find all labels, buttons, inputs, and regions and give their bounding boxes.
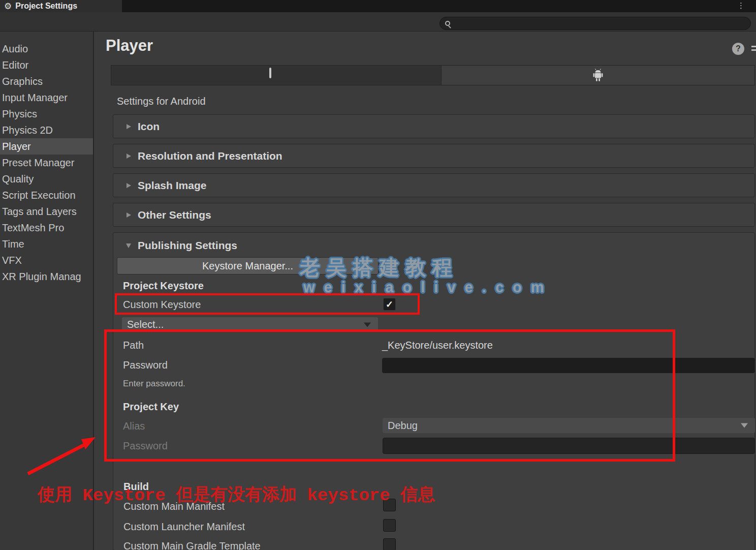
watermark-line2: w e i x i a o l i v e . c o m	[303, 279, 547, 296]
foldout-arrow-icon	[127, 212, 131, 218]
settings-sidebar: Audio Editor Graphics Input Manager Phys…	[0, 32, 94, 550]
sidebar-item-player[interactable]: Player	[0, 138, 93, 155]
key-password-field[interactable]	[383, 438, 755, 454]
tab-desktop[interactable]	[111, 66, 442, 85]
monitor-icon	[269, 69, 284, 82]
project-keystore-label: Project Keystore	[123, 280, 204, 292]
sidebar-item-textmesh-pro[interactable]: TextMesh Pro	[0, 220, 93, 236]
help-icon[interactable]: ?	[732, 43, 744, 55]
custom-main-manifest-label: Custom Main Manifest	[123, 501, 225, 512]
section-resolution-and-presentation[interactable]: Resolution and Presentation	[113, 144, 755, 168]
sidebar-item-vfx[interactable]: VFX	[0, 252, 93, 268]
publishing-settings-header[interactable]: Publishing Settings	[126, 239, 237, 252]
section-other-settings[interactable]: Other Settings	[113, 203, 755, 227]
custom-main-gradle-template-checkbox[interactable]	[383, 538, 396, 550]
alias-label: Alias	[123, 420, 145, 432]
alias-dropdown[interactable]: Debug	[383, 418, 755, 433]
search-box[interactable]	[439, 17, 751, 30]
chevron-down-icon	[364, 322, 371, 327]
window-tab-title: Project Settings	[15, 2, 77, 11]
custom-keystore-label: Custom Keystore	[123, 299, 201, 311]
search-input[interactable]	[454, 19, 745, 27]
foldout-open-arrow-icon	[126, 243, 131, 248]
android-icon	[592, 69, 604, 82]
sidebar-item-tags-and-layers[interactable]: Tags and Layers	[0, 203, 93, 220]
chevron-down-icon	[741, 423, 748, 428]
settings-for-label: Settings for Android	[117, 96, 206, 107]
custom-main-manifest-checkbox[interactable]	[383, 499, 396, 511]
foldout-arrow-icon	[127, 124, 131, 129]
sidebar-item-xr-plugin-management[interactable]: XR Plugin Manag	[0, 268, 93, 285]
preset-icon[interactable]	[751, 46, 756, 53]
keystore-password-label: Password	[123, 359, 168, 371]
window-tab-project-settings[interactable]: ⚙ Project Settings	[0, 0, 122, 12]
keystore-password-field[interactable]	[382, 358, 755, 373]
keystore-password-input[interactable]	[382, 358, 755, 373]
path-value: _KeyStore/user.keystore	[382, 340, 493, 351]
foldout-arrow-icon	[127, 154, 131, 159]
custom-keystore-checkbox[interactable]: ✓	[383, 298, 396, 311]
sidebar-item-audio[interactable]: Audio	[0, 41, 93, 57]
keystore-select-dropdown[interactable]: Select...	[122, 317, 378, 332]
section-splash-image[interactable]: Splash Image	[113, 173, 755, 197]
sidebar-item-physics[interactable]: Physics	[0, 106, 93, 122]
key-password-input[interactable]	[383, 438, 754, 453]
project-settings-window: ⚙ Project Settings ⋮ Audio Editor Graphi…	[0, 0, 756, 550]
kebab-menu-icon[interactable]: ⋮	[737, 1, 745, 10]
sidebar-item-quality[interactable]: Quality	[0, 171, 93, 187]
custom-main-gradle-template-label: Custom Main Gradle Template	[123, 540, 261, 550]
key-password-label: Password	[123, 440, 168, 452]
custom-launcher-manifest-checkbox[interactable]	[383, 519, 396, 532]
section-icon[interactable]: Icon	[113, 114, 755, 138]
sidebar-item-time[interactable]: Time	[0, 236, 93, 252]
gear-icon: ⚙	[4, 2, 12, 11]
search-icon	[445, 21, 450, 26]
sidebar-item-editor[interactable]: Editor	[0, 57, 93, 73]
page-title: Player	[106, 37, 153, 55]
path-label: Path	[123, 340, 144, 351]
sidebar-item-input-manager[interactable]: Input Manager	[0, 89, 93, 106]
platform-tabbar	[111, 65, 755, 85]
foldout-arrow-icon	[127, 183, 131, 188]
project-key-label: Project Key	[123, 401, 179, 413]
watermark-line1: 老吴搭建教程	[300, 254, 458, 282]
sidebar-item-script-execution[interactable]: Script Execution	[0, 187, 93, 203]
tab-android[interactable]	[442, 66, 754, 85]
enter-password-hint: Enter password.	[123, 379, 185, 389]
sidebar-item-graphics[interactable]: Graphics	[0, 73, 93, 89]
sidebar-item-physics-2d[interactable]: Physics 2D	[0, 122, 93, 138]
custom-launcher-manifest-label: Custom Launcher Manifest	[123, 521, 245, 533]
build-label: Build	[123, 481, 149, 493]
sidebar-item-preset-manager[interactable]: Preset Manager	[0, 155, 93, 171]
